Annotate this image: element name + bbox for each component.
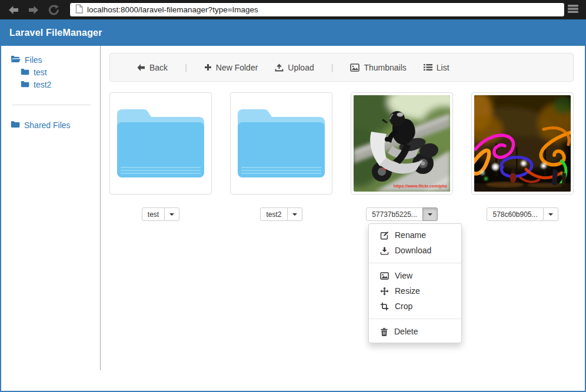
menu-item-resize[interactable]: Resize [369,283,461,299]
arrow-left-icon [136,63,145,72]
toolbar-separator: | [185,63,187,72]
sidebar-item-label[interactable]: Files [25,54,42,66]
browser-chrome: localhost:8000/laravel-filemanager?type=… [0,0,586,19]
sidebar-item-label[interactable]: test [34,66,47,78]
folder-icon [21,79,29,91]
thumbnails-button[interactable]: Thumbnails [350,63,406,72]
thumbnails-label: Thumbnails [364,63,406,72]
big-folder-icon [117,109,204,177]
rename-icon [380,231,389,240]
upload-icon [275,63,284,72]
menu-item-download[interactable]: Download [369,243,461,258]
page-icon [75,4,83,16]
caret-down-icon [428,213,432,216]
grid-item-image-578c60b905: 578c60b905... [471,92,574,221]
back-button[interactable]: Back [136,63,168,72]
sidebar-item-test[interactable]: test [21,66,100,78]
sidebar-item-files[interactable]: Files [11,54,100,66]
sidebar-divider [12,105,91,105]
toolbar-separator: | [331,63,334,72]
grid-item-folder-test2: test2 [230,92,332,221]
sidebar: Files test test2 [1,46,101,370]
app-navbar: Laravel FileManager [0,19,586,46]
browser-menu-icon[interactable] [567,4,579,16]
menu-item-label: Rename [395,230,426,240]
image-card[interactable]: https://www.flickr.com/pho [351,92,453,195]
menu-item-label: Resize [395,286,420,296]
caret-down-icon [169,213,174,216]
upload-label: Upload [288,63,314,72]
menu-divider [369,263,461,263]
browser-forward-icon[interactable] [27,4,40,16]
grid-item-folder-test: test [109,92,212,221]
folder-icon [11,119,20,131]
image-card[interactable] [471,92,574,195]
browser-back-icon[interactable] [7,4,20,16]
folder-card[interactable] [230,92,332,195]
app-body: Files test test2 [0,46,586,392]
item-name-button[interactable]: test [142,207,165,221]
crop-icon [380,302,389,311]
context-menu: Rename Download [368,223,462,343]
app-title: Laravel FileManager [9,28,102,38]
download-icon [380,246,389,255]
sidebar-item-label[interactable]: test2 [34,79,51,91]
item-dropdown-toggle[interactable] [287,207,302,221]
folder-card[interactable] [109,92,212,195]
address-bar[interactable]: localhost:8000/laravel-filemanager?type=… [69,2,565,17]
menu-divider [369,319,461,319]
light-painting-thumbnail [474,95,571,192]
grid-item-image-57737b5225: https://www.flickr.com/pho 57737b5225...… [351,92,453,221]
list-label: List [437,63,450,72]
menu-item-view[interactable]: View [369,268,461,283]
back-label: Back [149,63,168,72]
menu-item-label: Download [395,246,431,255]
sidebar-item-test2[interactable]: test2 [21,79,100,91]
menu-item-label: Delete [394,327,418,336]
item-dropdown-toggle[interactable] [164,207,179,221]
item-dropdown-toggle-open[interactable] [422,207,438,221]
menu-item-delete[interactable]: Delete [369,324,461,339]
upload-button[interactable]: Upload [275,63,314,72]
folder-icon [21,66,29,78]
item-dropdown-toggle[interactable] [543,207,558,221]
watermark-text: https://www.flickr.com/pho [394,183,448,189]
menu-item-rename[interactable]: Rename [369,227,461,243]
caret-down-icon [292,213,297,216]
folder-open-icon [11,54,21,66]
menu-item-label: View [395,271,412,280]
item-name-button[interactable]: 578c60b905... [487,207,543,221]
main-content: Back | New Folder Upload | [101,46,585,391]
item-name-button[interactable]: 57737b5225... [366,207,423,221]
plus-icon [204,63,212,71]
motorcycle-thumbnail: https://www.flickr.com/pho [354,95,450,192]
delete-icon [380,327,388,336]
toolbar: Back | New Folder Upload | [109,53,574,82]
item-grid: test test2 [109,92,574,221]
menu-item-crop[interactable]: Crop [369,299,461,314]
browser-refresh-icon[interactable] [47,4,60,16]
picture-icon [350,63,359,72]
big-folder-icon [238,109,325,177]
item-name-button[interactable]: test2 [260,207,287,221]
sidebar-item-label[interactable]: Shared Files [24,119,71,131]
resize-icon [380,287,389,296]
new-folder-button[interactable]: New Folder [204,63,258,72]
list-button[interactable]: List [424,63,450,72]
new-folder-label: New Folder [216,63,258,72]
url-text[interactable]: localhost:8000/laravel-filemanager?type=… [87,5,258,14]
sidebar-item-shared-files[interactable]: Shared Files [11,119,100,131]
menu-item-label: Crop [395,301,412,311]
list-icon [424,63,432,71]
caret-down-icon [548,213,553,216]
view-icon [380,272,389,280]
